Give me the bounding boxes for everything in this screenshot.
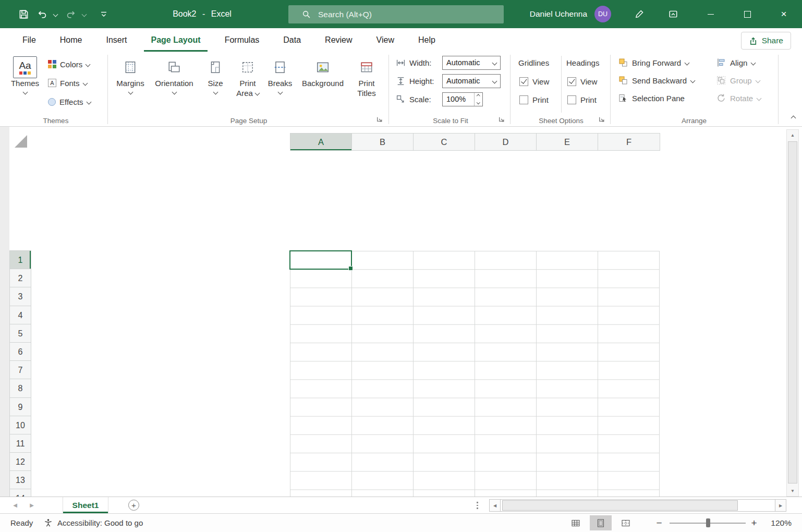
vertical-scroll-thumb[interactable] [788,141,797,483]
headings-view-checkbox[interactable] [567,77,576,86]
tab-scroll-splitter[interactable] [477,502,478,509]
fill-handle[interactable] [348,266,353,271]
scroll-left-button[interactable]: ◀ [489,499,501,512]
selection-pane-button[interactable]: Selection Pane [618,92,685,104]
gridlines-view-checkbox[interactable] [519,77,528,86]
redo-button[interactable] [63,0,79,28]
tab-insert[interactable]: Insert [99,28,133,52]
minimize-button[interactable] [692,0,729,28]
column-header-f[interactable]: F [598,134,660,150]
maximize-button[interactable] [729,0,765,28]
width-select[interactable]: Automatic [442,56,501,70]
headings-print-checkbox[interactable] [567,95,576,104]
horizontal-scrollbar[interactable]: ◀ ▶ [489,499,786,512]
print-titles-button[interactable]: Print Titles [350,55,383,98]
page-layout-view-button[interactable] [590,515,612,530]
row-header[interactable]: 3 [10,287,31,306]
scale-input[interactable]: 100% [442,92,483,106]
previous-sheet-button[interactable]: ◀ [8,497,22,513]
new-sheet-button[interactable]: + [128,500,139,511]
search-bar[interactable]: Search (Alt+Q) [288,5,504,23]
row-header[interactable]: 6 [10,343,31,361]
zoom-out-button[interactable]: − [653,514,665,532]
row-header[interactable]: 5 [10,324,31,343]
gridlines-view-option[interactable]: View [519,76,549,87]
row-header[interactable]: 2 [10,269,31,287]
share-button[interactable]: Share [741,32,791,50]
row-header[interactable]: 1 [10,251,31,269]
tab-home[interactable]: Home [53,28,89,52]
row-header[interactable]: 8 [10,379,31,397]
row-header[interactable]: 11 [10,434,31,453]
accessibility-status[interactable]: Accessibility: Good to go [44,514,143,532]
undo-dropdown-button[interactable] [51,0,60,28]
tab-view[interactable]: View [370,28,401,52]
redo-dropdown-button[interactable] [79,0,89,28]
row-header[interactable]: 14 [10,489,31,497]
bring-forward-button[interactable]: Bring Forward [618,56,689,69]
scroll-down-button[interactable]: ▼ [787,486,798,496]
horizontal-scroll-track[interactable] [501,499,775,512]
tab-review[interactable]: Review [318,28,359,52]
vertical-scroll-track[interactable] [787,140,798,486]
scale-spin-up[interactable] [475,93,482,100]
close-button[interactable]: × [765,0,802,28]
column-header-d[interactable]: D [475,134,537,150]
normal-view-button[interactable] [565,515,587,530]
column-header-c[interactable]: C [414,134,475,150]
gridlines-print-checkbox[interactable] [519,95,528,104]
collapse-ribbon-button[interactable] [792,113,795,122]
vertical-scrollbar[interactable]: ▲ ▼ [786,129,799,497]
scroll-up-button[interactable]: ▲ [787,130,798,140]
customize-quick-access-button[interactable] [96,0,112,28]
row-header[interactable]: 13 [10,471,31,489]
fonts-button[interactable]: A Fonts [48,76,87,90]
select-all-corner[interactable] [15,135,27,148]
colors-button[interactable]: Colors [48,57,90,71]
gridlines-print-option[interactable]: Print [519,94,549,105]
scroll-right-button[interactable]: ▶ [775,499,786,512]
tab-formulas[interactable]: Formulas [218,28,266,52]
sheet-grid[interactable] [290,251,660,497]
row-header[interactable]: 12 [10,453,31,471]
background-button[interactable]: Background [297,55,348,88]
send-backward-button[interactable]: Send Backward [618,74,695,87]
align-button[interactable]: Align [716,56,755,69]
margins-button[interactable]: Margins [113,55,148,94]
size-button[interactable]: Size [201,55,229,94]
headings-print-option[interactable]: Print [567,94,597,105]
row-header[interactable]: 4 [10,306,31,324]
tab-file[interactable]: File [16,28,43,52]
themes-button[interactable]: Aa Themes [8,55,42,94]
account-name[interactable]: Daniel Uchenna [501,0,587,28]
orientation-button[interactable]: Orientation [150,55,198,94]
zoom-in-button[interactable]: + [748,514,760,532]
sheet-tab-sheet1[interactable]: Sheet1 [63,497,108,513]
zoom-level[interactable]: 120% [762,514,792,532]
tab-data[interactable]: Data [276,28,308,52]
row-header[interactable]: 7 [10,361,31,379]
horizontal-scroll-thumb[interactable] [502,500,738,511]
row-header[interactable]: 9 [10,398,31,416]
column-header-e[interactable]: E [537,134,598,150]
row-header[interactable]: 10 [10,416,31,434]
zoom-slider-thumb[interactable] [706,518,710,527]
rotate-button[interactable]: Rotate [716,92,761,104]
headings-view-option[interactable]: View [567,76,597,87]
zoom-slider[interactable] [670,523,746,524]
ribbon-display-options-button[interactable] [661,0,685,28]
effects-button[interactable]: Effects [48,94,91,109]
height-select[interactable]: Automatic [442,74,501,88]
avatar[interactable]: DU [594,6,611,22]
page-break-preview-button[interactable] [615,515,637,530]
group-objects-button[interactable]: Group [716,74,760,87]
tab-page-layout[interactable]: Page Layout [144,28,207,52]
save-button[interactable] [15,0,32,28]
breaks-button[interactable]: Breaks [264,55,296,94]
scale-spin-down[interactable] [475,99,482,106]
next-sheet-button[interactable]: ▶ [25,497,39,513]
undo-button[interactable] [34,0,50,28]
tab-help[interactable]: Help [411,28,442,52]
column-header-b[interactable]: B [352,134,414,150]
print-area-button[interactable]: Print Area [233,55,263,98]
